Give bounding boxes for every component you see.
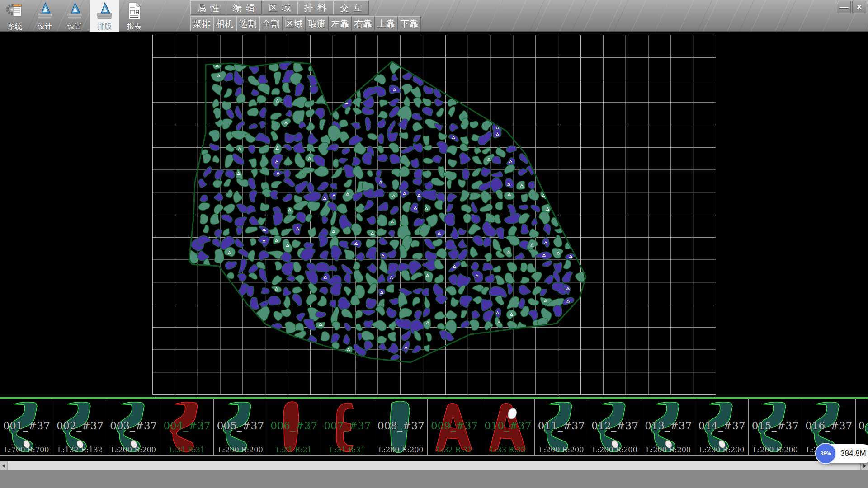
piece-lr-count-label: L:200 R:200 <box>588 446 641 454</box>
minimize-button[interactable]: — <box>837 1 851 13</box>
nav-item-label: 系统 <box>8 23 22 31</box>
piece-id-label: 003_#37 <box>107 420 160 432</box>
piece-lr-count-label: L:132 R:132 <box>53 446 106 454</box>
piece-id-label: 014_#37 <box>695 420 748 432</box>
piece-id-label: 007_#37 <box>321 420 374 432</box>
chevron-left-icon <box>2 464 5 468</box>
piece-thumbnail-15[interactable]: 015_#37L:200 R:200 <box>749 399 802 456</box>
piece-thumbnail-13[interactable]: 013_#37L:200 R:200 <box>642 399 695 456</box>
toolbar-row: 聚排相机选割全割区域瑕疵左靠右靠上靠下靠 <box>190 16 421 31</box>
piece-id-label: 001_#37 <box>0 420 53 432</box>
tool-button-5[interactable]: 区域 <box>283 16 306 31</box>
nav-item-label: 报表 <box>127 23 142 31</box>
piece-thumbnail-9[interactable]: 009_#37L:32 R:31 <box>428 399 481 456</box>
memory-size-label: 384.8M <box>840 449 866 458</box>
piece-id-label: 005_#37 <box>214 420 267 432</box>
leather-hide[interactable] <box>186 59 585 360</box>
piece-lr-count-label: L:200 R:200 <box>214 446 267 454</box>
menu-tab-row: 属性编辑区域排料交互 <box>190 0 369 15</box>
tool-button-4[interactable]: 全割 <box>259 16 283 31</box>
nav-item-5[interactable]: 报表 <box>119 0 149 32</box>
piece-id-label: 009_#37 <box>428 420 481 432</box>
tool-button-9[interactable]: 上靠 <box>375 16 398 31</box>
nav-item-2[interactable]: 设计 <box>30 0 60 32</box>
piece-id-label: 008_#37 <box>374 420 427 432</box>
titlebar: 系统设计设置排版报表 属性编辑区域排料交互 聚排相机选割全割区域瑕疵左靠右靠上靠… <box>0 0 868 32</box>
tool-button-1[interactable]: 聚排 <box>190 16 213 31</box>
nav-item-1[interactable]: 系统 <box>0 0 30 32</box>
piece-thumbnail-1[interactable]: 001_#37L:700 R:700 <box>0 399 53 456</box>
piece-id-label: 013_#37 <box>642 420 695 432</box>
main-nav: 系统设计设置排版报表 <box>0 0 149 32</box>
piece-lr-count-label: L:32 R:31 <box>428 446 481 454</box>
chevron-right-icon <box>863 464 866 468</box>
piece-lr-count-label: L:700 R:700 <box>0 446 53 454</box>
piece-lr-count-label: L:200 R:200 <box>695 446 748 454</box>
tool-button-7[interactable]: 左靠 <box>329 16 352 31</box>
piece-id-label: 006_#37 <box>267 420 320 432</box>
piece-thumbnail-14[interactable]: 014_#37L:200 R:200 <box>695 399 749 456</box>
report-doc-icon <box>125 1 143 22</box>
nav-item-4[interactable]: 排版 <box>90 0 119 32</box>
menu-tab-2[interactable]: 编辑 <box>226 0 262 15</box>
nav-item-3[interactable]: 设置 <box>60 0 90 32</box>
menu-tab-5[interactable]: 交互 <box>333 0 369 15</box>
piece-thumbnail-strip: 001_#37L:700 R:700002_#37L:132 R:132003_… <box>0 397 868 456</box>
piece-lr-count-label: L:31 R:31 <box>321 446 374 454</box>
memory-badge: 38% 384.8M <box>816 444 868 463</box>
piece-id-label: 004_#37 <box>160 420 213 432</box>
piece-thumbnail-8[interactable]: 008_#37L:200 R:200 <box>374 399 428 456</box>
nav-item-label: 设计 <box>38 23 52 31</box>
piece-id-label: 0 <box>856 420 868 432</box>
piece-thumbnail-12[interactable]: 012_#37L:200 R:200 <box>588 399 642 456</box>
piece-lr-count-label: L:200 R:200 <box>107 446 160 454</box>
close-button[interactable]: × <box>852 1 866 13</box>
piece-lr-count-label: L:200 R:200 <box>374 446 427 454</box>
piece-thumbnail-6[interactable]: 006_#37L:21 R:21 <box>267 399 321 456</box>
piece-thumbnail-10[interactable]: 010_#37L:33 R:33 <box>481 399 535 456</box>
piece-lr-count-label: L:21 R:21 <box>267 446 320 454</box>
piece-id-label: 015_#37 <box>749 420 802 432</box>
menu-tab-1[interactable]: 属性 <box>190 0 226 15</box>
piece-thumbnail-5[interactable]: 005_#37L:200 R:200 <box>214 399 267 456</box>
piece-thumbnail-11[interactable]: 011_#37L:200 R:200 <box>535 399 588 456</box>
horizontal-scrollbar[interactable] <box>0 461 868 470</box>
piece-lr-count-label: L:200 R:200 <box>535 446 588 454</box>
design-ruler-icon <box>36 1 54 22</box>
tool-button-3[interactable]: 选割 <box>236 16 259 31</box>
piece-lr-count-label: L:200 R:200 <box>642 446 695 454</box>
piece-lr-count-label: L:200 R:200 <box>749 446 802 454</box>
scroll-left-button[interactable] <box>0 461 8 470</box>
piece-thumbnail-4[interactable]: 004_#37L:31 R:31 <box>160 399 214 456</box>
menu-tab-3[interactable]: 区域 <box>262 0 297 15</box>
memory-percent-indicator: 38% <box>815 443 836 464</box>
piece-id-label: 016_#37 <box>802 420 855 432</box>
piece-lr-count-label: L:31 R:31 <box>160 446 213 454</box>
piece-id-label: 002_#37 <box>53 420 106 432</box>
piece-id-label: 011_#37 <box>535 420 588 432</box>
status-bar <box>0 470 868 488</box>
tool-button-2[interactable]: 相机 <box>213 16 236 31</box>
window-controls: — × <box>837 1 866 13</box>
nesting-canvas[interactable] <box>0 32 868 397</box>
piece-id-label: 010_#37 <box>481 420 534 432</box>
piece-thumbnail-2[interactable]: 002_#37L:132 R:132 <box>53 399 107 456</box>
system-gear-icon <box>6 1 24 22</box>
piece-thumbnail-7[interactable]: 007_#37L:31 R:31 <box>321 399 374 456</box>
settings-ruler-icon <box>66 1 84 22</box>
piece-id-label: 012_#37 <box>588 420 641 432</box>
menu-tab-4[interactable]: 排料 <box>297 0 333 15</box>
nav-item-label: 设置 <box>67 23 82 31</box>
nav-item-label: 排版 <box>97 23 112 31</box>
layout-ruler-icon <box>95 1 113 22</box>
piece-lr-count-label: L:33 R:33 <box>481 446 534 454</box>
tool-button-6[interactable]: 瑕疵 <box>306 16 329 31</box>
tool-button-8[interactable]: 右靠 <box>352 16 375 31</box>
scrollbar-thumb[interactable] <box>8 461 860 470</box>
tool-button-10[interactable]: 下靠 <box>398 16 421 31</box>
piece-thumbnail-3[interactable]: 003_#37L:200 R:200 <box>107 399 160 456</box>
